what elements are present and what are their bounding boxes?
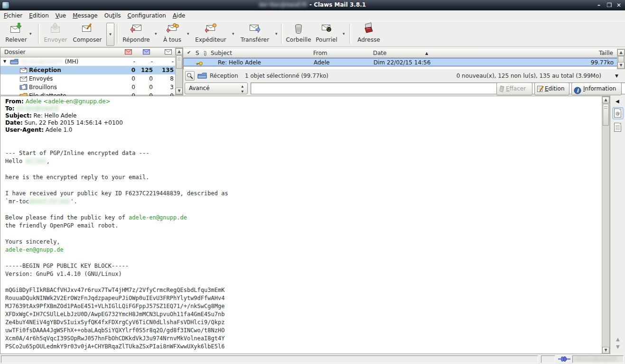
folder-scrollbar[interactable]: ▲ ▼ bbox=[175, 48, 183, 95]
current-folder-icon bbox=[197, 72, 207, 81]
scroll-down-icon[interactable]: ▼ bbox=[617, 62, 625, 69]
scroll-down-icon[interactable]: ▼ bbox=[602, 347, 609, 354]
reply-dropdown-icon[interactable]: ▾ bbox=[155, 31, 157, 36]
attachment-column-icon[interactable] bbox=[203, 51, 207, 58]
reply-sender-dropdown-icon[interactable]: ▾ bbox=[232, 31, 234, 36]
message-row[interactable]: Re: Hello Adele Adele Dim 22/02/15 14:56… bbox=[184, 58, 617, 66]
counts-dropdown-icon[interactable]: ▼ bbox=[615, 73, 618, 78]
message-view[interactable]: From: Adele <adele-en@gnupp.de> To: mr-t… bbox=[0, 96, 610, 354]
message-view-scrollbar[interactable]: ▲ ▼ bbox=[602, 96, 610, 354]
forward-icon bbox=[239, 22, 271, 36]
body-line: adele-en@gnupp.de bbox=[5, 246, 228, 254]
body-line: RouuaDQukNINWk2V2ErOWzFnJqdzpapeuPJiOWp0… bbox=[5, 294, 228, 302]
reply-all-dropdown-icon[interactable]: ▾ bbox=[187, 31, 189, 36]
body-line: I have received your public key ID F6237… bbox=[5, 190, 228, 198]
list-status-row: Réception 1 objet sélectionné (99.77ko) … bbox=[183, 70, 625, 82]
scroll-thumb[interactable] bbox=[603, 104, 609, 126]
message-list-header[interactable]: ✔ S Subject From Date ▲ Taille bbox=[183, 49, 617, 58]
menu-message[interactable]: Message bbox=[73, 12, 98, 19]
spam-dropdown-icon[interactable]: ▾ bbox=[343, 31, 345, 36]
message-from: Adele bbox=[314, 58, 330, 67]
body-line: Below please find the public key of adel… bbox=[5, 214, 228, 222]
useragent-header-label: User-Agent: bbox=[5, 127, 44, 133]
spam-button[interactable]: Pourriel bbox=[314, 22, 339, 45]
minimize-button[interactable]: – bbox=[595, 1, 603, 9]
total-mail-column-icon bbox=[165, 49, 172, 56]
reply-sender-icon bbox=[194, 22, 228, 36]
scroll-thumb[interactable] bbox=[618, 56, 624, 63]
reply-sender-button[interactable]: Expéditeur bbox=[194, 22, 228, 45]
receive-dropdown-icon[interactable]: ▾ bbox=[29, 31, 32, 36]
status-column-header[interactable]: S bbox=[196, 50, 199, 56]
body-line: here is the encrypted reply to your emai… bbox=[5, 173, 228, 182]
folder-column-header[interactable]: Dossier bbox=[0, 48, 176, 57]
body-line bbox=[5, 254, 228, 262]
mark-column-icon[interactable]: ✔ bbox=[187, 50, 191, 55]
search-info-button[interactable]: iInformation bbox=[571, 82, 622, 95]
account-selector[interactable]: mr-toc@neuf.fr bbox=[572, 355, 624, 363]
menu-vue[interactable]: Vue bbox=[56, 12, 66, 19]
quicksearch-button[interactable] bbox=[185, 71, 195, 81]
scroll-up-icon[interactable]: ▲ bbox=[176, 48, 183, 55]
mime-scroll-up-icon[interactable]: ▲ bbox=[616, 337, 620, 342]
message-list-scrollbar[interactable]: ▲ ▼ bbox=[617, 49, 625, 69]
reply-all-button[interactable]: À tous bbox=[161, 22, 183, 45]
folder-row-account[interactable]: ▼ mr-toc@neuf.fr (MH) - - - bbox=[0, 57, 176, 66]
body-line: Hello mr-toc, bbox=[5, 157, 228, 165]
scroll-up-icon[interactable]: ▲ bbox=[617, 49, 625, 56]
online-status-icon[interactable] bbox=[558, 356, 570, 364]
mime-scroll-down-icon[interactable]: ▼ bbox=[616, 344, 620, 349]
folder-row-drafts[interactable]: Brouillons 0 0 3 bbox=[0, 83, 176, 91]
spam-icon bbox=[314, 22, 339, 36]
toolbar-separator bbox=[281, 24, 283, 44]
from-header-value[interactable]: Adele <adele-en@gnupp.de> bbox=[26, 98, 111, 105]
close-button[interactable]: ✕ bbox=[615, 1, 623, 9]
toolbar-separator bbox=[349, 24, 351, 44]
date-column-header[interactable]: Date bbox=[373, 50, 387, 56]
message-date: Dim 22/02/15 14:56 bbox=[373, 58, 430, 67]
scroll-up-icon[interactable]: ▲ bbox=[602, 97, 609, 103]
addressbook-button[interactable]: Adresse bbox=[355, 22, 382, 45]
to-header-label: To: bbox=[5, 105, 15, 112]
account-mailbox-type: (MH) bbox=[63, 58, 79, 65]
spinner-icon[interactable]: ▲▼ bbox=[241, 83, 243, 94]
body-line: the friendly OpenPGP email robot. bbox=[5, 222, 228, 230]
body-line: -----BEGIN PGP PUBLIC KEY BLOCK----- bbox=[5, 262, 228, 270]
menu-aide[interactable]: Aide bbox=[173, 12, 186, 19]
message-subject: Re: Hello Adele bbox=[218, 58, 261, 67]
toolbar-separator bbox=[117, 24, 119, 44]
menu-outils[interactable]: Outils bbox=[104, 12, 121, 19]
restore-button[interactable]: ❐ bbox=[605, 1, 614, 9]
menu-fichier[interactable]: Fichier bbox=[4, 12, 22, 19]
useragent-header-value: Adele 1.0 bbox=[46, 127, 73, 133]
toolbar-separator bbox=[38, 24, 40, 44]
size-column-header[interactable]: Taille bbox=[599, 50, 613, 56]
search-mode-select[interactable]: Avancé ▲▼ bbox=[185, 82, 248, 94]
folder-row-inbox[interactable]: Réception 0 125 135 bbox=[0, 66, 176, 74]
compose-dropdown-button[interactable]: ▾ bbox=[106, 23, 114, 46]
mime-part-attachment[interactable] bbox=[613, 122, 623, 133]
menu-edition[interactable]: Edition bbox=[29, 12, 49, 19]
subject-column-header[interactable]: Subject bbox=[211, 50, 232, 56]
menu-configuration[interactable]: Configuration bbox=[127, 12, 166, 19]
body-line: uwTFi0fsDAAA4JgWSFhX++obaLAqbSiYQXYlrf0S… bbox=[5, 327, 228, 335]
compose-button[interactable]: Composer bbox=[71, 22, 103, 45]
scroll-thumb[interactable] bbox=[176, 55, 182, 69]
from-column-header[interactable]: From bbox=[313, 50, 327, 56]
edit-search-button[interactable]: Edition bbox=[534, 82, 569, 95]
titlebar[interactable]: mr-toc@neuf.fr - Claws Mail 3.8.1 – ❐ ✕ bbox=[0, 0, 625, 10]
message-list-body[interactable]: Re: Hello Adele Adele Dim 22/02/15 14:56… bbox=[183, 58, 617, 69]
to-header-value-redacted: mr-toc@neuf.fr bbox=[16, 105, 59, 112]
folder-row-sent[interactable]: Envoyés 0 0 8 bbox=[0, 74, 176, 83]
reply-button[interactable]: Répondre bbox=[121, 22, 151, 45]
body-line: Version: GnuPG v1.4.10 (GNU/Linux) bbox=[5, 270, 228, 278]
trash-button[interactable]: Corbeille bbox=[285, 22, 312, 45]
scroll-down-icon[interactable]: ▼ bbox=[176, 88, 183, 94]
statusbar: mr-toc@neuf.fr bbox=[0, 355, 625, 364]
mime-part-text[interactable]: @ bbox=[613, 108, 623, 118]
receive-button[interactable]: Relever bbox=[4, 22, 28, 45]
collapse-panel-icon[interactable]: ◀ bbox=[616, 99, 619, 104]
forward-dropdown-icon[interactable]: ▾ bbox=[275, 31, 278, 36]
forward-button[interactable]: Transférer bbox=[239, 22, 271, 45]
expander-icon[interactable]: ▼ bbox=[3, 57, 6, 66]
